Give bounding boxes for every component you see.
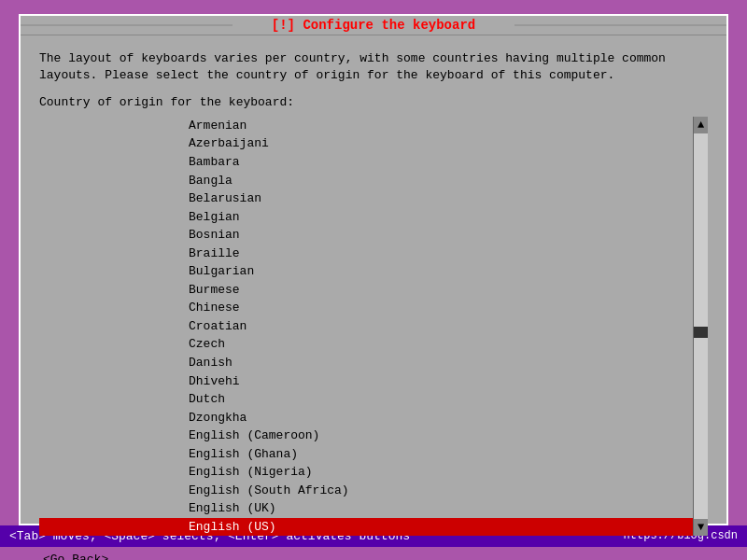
list-item-belgian[interactable]: Belgian [39, 208, 693, 227]
scroll-thumb[interactable] [694, 327, 708, 338]
list-item-bambara[interactable]: Bambara [39, 153, 693, 172]
list-item-english-south-africa[interactable]: English (South Africa) [39, 482, 693, 500]
list-item-english-nigeria[interactable]: English (Nigeria) [39, 463, 693, 482]
go-back-container: <Go Back> [39, 547, 708, 560]
description-text: The layout of keyboards varies per count… [39, 50, 708, 84]
list-item-croatian[interactable]: Croatian [39, 317, 693, 336]
go-back-button[interactable]: <Go Back> [39, 551, 112, 560]
scroll-track [694, 133, 708, 520]
dialog-title: [!] Configure the keyboard [264, 18, 483, 33]
list-item-bangla[interactable]: Bangla [39, 172, 693, 190]
description-line2: layouts. Please select the country of or… [39, 68, 614, 82]
list-item-english-uk[interactable]: English (UK) [39, 499, 693, 518]
list-item-english-cameroon[interactable]: English (Cameroon) [39, 427, 693, 445]
keyboard-list[interactable]: ArmenianAzerbaijaniBambaraBanglaBelarusi… [39, 117, 693, 537]
scrollbar: ▲ ▼ [693, 117, 708, 537]
scroll-up-button[interactable]: ▲ [696, 117, 706, 133]
list-item-english-ghana[interactable]: English (Ghana) [39, 445, 693, 464]
list-item-bulgarian[interactable]: Bulgarian [39, 262, 693, 281]
list-item-braille[interactable]: Braille [39, 245, 693, 263]
list-item-burmese[interactable]: Burmese [39, 281, 693, 300]
list-item-dzongkha[interactable]: Dzongkha [39, 409, 693, 427]
country-label: Country of origin for the keyboard: [39, 95, 708, 109]
list-container: ArmenianAzerbaijaniBambaraBanglaBelarusi… [39, 117, 708, 537]
description-line1: The layout of keyboards varies per count… [39, 51, 666, 65]
list-item-belarusian[interactable]: Belarusian [39, 189, 693, 208]
list-item-dutch[interactable]: Dutch [39, 390, 693, 409]
list-item-armenian[interactable]: Armenian [39, 117, 693, 135]
list-item-czech[interactable]: Czech [39, 335, 693, 354]
list-item-dhivehi[interactable]: Dhivehi [39, 372, 693, 391]
title-bar: [!] Configure the keyboard [21, 16, 726, 35]
main-dialog: [!] Configure the keyboard The layout of… [19, 14, 728, 525]
scroll-down-button[interactable]: ▼ [696, 519, 706, 536]
list-item-bosnian[interactable]: Bosnian [39, 226, 693, 245]
list-item-english-us[interactable]: English (US) [39, 518, 693, 537]
list-item-danish[interactable]: Danish [39, 354, 693, 372]
list-item-azerbaijani[interactable]: Azerbaijani [39, 134, 693, 153]
list-item-chinese[interactable]: Chinese [39, 299, 693, 317]
content-area: The layout of keyboards varies per count… [21, 35, 726, 561]
